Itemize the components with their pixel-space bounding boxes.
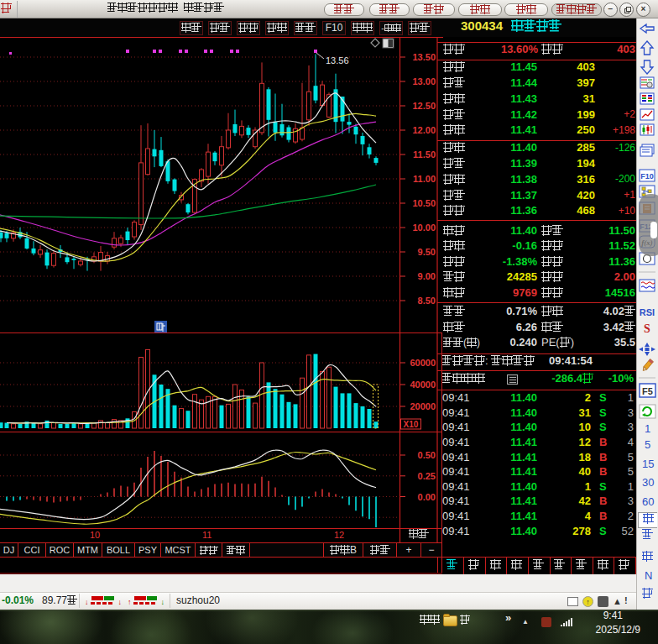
svg-text:9.50: 9.50 bbox=[418, 247, 436, 257]
svg-text:S: S bbox=[644, 322, 650, 335]
svg-text:10.50: 10.50 bbox=[412, 198, 436, 208]
svg-text:X10: X10 bbox=[404, 420, 419, 429]
svg-text:10.00: 10.00 bbox=[412, 223, 436, 233]
svg-text:11.00: 11.00 bbox=[413, 174, 436, 184]
svg-text:20000: 20000 bbox=[410, 401, 436, 411]
svg-text:13.56: 13.56 bbox=[326, 55, 349, 65]
svg-text:12.00: 12.00 bbox=[412, 125, 436, 135]
svg-text:11.50: 11.50 bbox=[413, 149, 436, 160]
svg-text:F10: F10 bbox=[640, 172, 654, 181]
svg-text:11: 11 bbox=[202, 530, 212, 540]
svg-text:13.00: 13.00 bbox=[412, 76, 436, 86]
svg-text:8.50: 8.50 bbox=[418, 296, 436, 306]
svg-text:40000: 40000 bbox=[410, 380, 436, 390]
svg-text:F5: F5 bbox=[642, 386, 653, 396]
svg-text:0.25: 0.25 bbox=[418, 471, 436, 481]
svg-text:RSI: RSI bbox=[640, 307, 655, 317]
svg-text:9.00: 9.00 bbox=[418, 271, 436, 281]
svg-text:13.50: 13.50 bbox=[412, 52, 436, 62]
svg-text:12.50: 12.50 bbox=[412, 101, 436, 111]
svg-text:10: 10 bbox=[90, 530, 100, 540]
svg-text:60000: 60000 bbox=[410, 358, 436, 368]
svg-text:12: 12 bbox=[334, 530, 344, 540]
svg-text:0.00: 0.00 bbox=[418, 492, 436, 502]
svg-text:0.50: 0.50 bbox=[418, 450, 436, 460]
